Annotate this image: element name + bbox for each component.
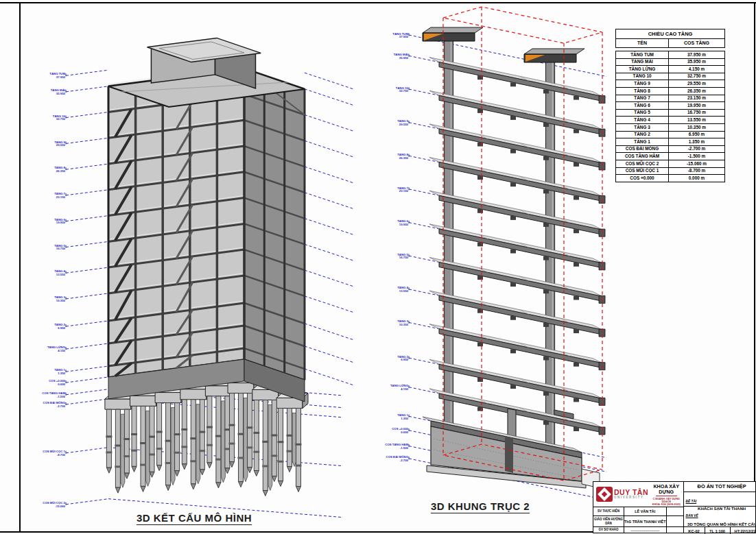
table-row: TẦNG 2 6.950 m bbox=[616, 131, 725, 138]
table-row: TẦNG 1 1.350 m bbox=[616, 138, 725, 146]
level-marker-label: TẦNG MÁI35.950 bbox=[394, 53, 409, 60]
level-marker-label: TẦNG 516.750 bbox=[54, 244, 65, 251]
floor-name-cell: COS TẦNG HẦM bbox=[616, 153, 669, 160]
floor-elevation-cell: 1.350 m bbox=[669, 138, 725, 146]
level-marker-label: TẦNG 310.350 bbox=[54, 295, 65, 302]
floor-name-cell: TẦNG 3 bbox=[616, 123, 669, 131]
reviewer-label: GV SƠ KHẢO bbox=[593, 527, 624, 533]
floor-elevation-cell: -8.700 m bbox=[669, 167, 725, 175]
table-row: COS MŨI CỌC 2 -15.060 m bbox=[616, 160, 725, 167]
table-row: TẦNG 8 26.350 m bbox=[616, 87, 725, 95]
level-marker-label: TẦNG 619.950 bbox=[54, 218, 65, 225]
column-header-name: TÊN bbox=[616, 39, 669, 47]
table-row: TẦNG 9 29.550 m bbox=[616, 80, 725, 88]
title-block-right: ĐỒ ÁN TỐT NGHIỆP ĐỀ TÀI KHÁCH SẠN TÀI TH… bbox=[684, 482, 756, 533]
level-marker-label: TẦNG MÁI35.950 bbox=[51, 88, 66, 95]
table-row: TẦNG 4 13.550 m bbox=[616, 117, 725, 124]
faculty-url-line bbox=[656, 496, 677, 497]
level-marker-label: TẦNG 1032.750 bbox=[396, 86, 409, 93]
table-row: COS ĐÀI MÓNG -2.700 m bbox=[616, 145, 725, 153]
sheet-number: KC-02 bbox=[684, 527, 705, 534]
project-type: ĐỒ ÁN TỐT NGHIỆP bbox=[684, 482, 756, 492]
floor-name-cell: COS MŨI CỌC 1 bbox=[616, 167, 669, 175]
floor-name-cell: TẦNG TUM bbox=[616, 51, 669, 59]
level-marker-label: COS MŨI CỌC 2-15.060 bbox=[43, 501, 65, 508]
level-marker-label: COS TẦNG HẦM-1.500 bbox=[385, 443, 408, 450]
level-marker-label: TẦNG 413.550 bbox=[54, 269, 65, 276]
level-marker-label: TẦNG 310.350 bbox=[397, 319, 408, 326]
floor-name-cell: COS MŨI CỌC 2 bbox=[616, 160, 669, 167]
floor-elevation-cell: -2.700 m bbox=[669, 145, 725, 153]
floor-name-cell: TẦNG 1 bbox=[616, 138, 669, 146]
table-row: TẦNG 5 16.750 m bbox=[616, 109, 725, 117]
floor-name-cell: TẦNG 8 bbox=[616, 87, 669, 95]
sheet-border-right bbox=[754, 2, 755, 532]
signature-cell bbox=[667, 516, 683, 526]
level-marker-label: TẦNG 26.950 bbox=[54, 323, 65, 330]
level-marker-label: TẦNG 723.150 bbox=[54, 192, 65, 199]
floor-elevation-cell: 26.350 m bbox=[669, 87, 725, 95]
level-marker-label: TẦNG 929.550 bbox=[397, 119, 408, 126]
level-marker-label: COS MŨI CỌC 1-8.700 bbox=[43, 450, 65, 457]
floor-height-table-header: CHIỀU CAO TẦNG TÊN COS TẦNG bbox=[615, 29, 725, 48]
floor-elevation-cell: 19.950 m bbox=[669, 102, 725, 110]
level-marker-label: TẦNG 723.150 bbox=[397, 186, 408, 193]
level-marker-label: TẦNG TUM37.950 bbox=[392, 32, 408, 39]
level-marker-label: TẦNG 1032.750 bbox=[53, 114, 66, 121]
floor-name-cell: COS ĐÀI MÓNG bbox=[616, 145, 669, 153]
table-row: COS +0.000 0.000 m bbox=[616, 175, 725, 182]
level-marker-label: COS +0.0000.000 bbox=[392, 427, 408, 434]
table-row: TẦNG 6 19.950 m bbox=[616, 102, 725, 110]
level-marker-label: TẦNG LỬNG4.150 bbox=[47, 345, 66, 352]
reviewer-name: ............................ bbox=[624, 527, 667, 533]
floor-name-cell: TẦNG 5 bbox=[616, 109, 669, 117]
level-marker-label: COS +0.0000.000 bbox=[49, 379, 65, 386]
floor-elevation-cell: 23.150 m bbox=[669, 95, 725, 102]
advisor-name: ThS TRẦN THANH VIỆT bbox=[624, 516, 667, 526]
table-row: TẦNG 10 32.750 m bbox=[616, 73, 725, 80]
floor-elevation-cell: 6.950 m bbox=[669, 131, 725, 138]
table-row: TẦNG TUM 37.950 m bbox=[616, 51, 725, 59]
floor-name-cell: TẦNG 9 bbox=[616, 80, 669, 88]
sheet-border-top bbox=[0, 2, 756, 3]
student-label: SV THỰC HIỆN bbox=[593, 507, 624, 515]
table-row: COS MŨI CỌC 1 -8.700 m bbox=[616, 167, 725, 175]
table-row: COS TẦNG HẦM -1.500 m bbox=[616, 153, 725, 160]
floor-height-table: CHIỀU CAO TẦNG TÊN COS TẦNG TẦNG TUM 37.… bbox=[615, 29, 725, 182]
floor-name-cell: TẦNG 10 bbox=[616, 73, 669, 80]
signature-cell bbox=[667, 527, 683, 533]
cohort-line: KHÓA: K24 (2018-2023) bbox=[650, 503, 682, 506]
signature-cell bbox=[667, 507, 683, 515]
university-subtitle: UNIVERSITY bbox=[614, 496, 648, 500]
level-marker-label: TẦNG TUM37.950 bbox=[49, 72, 65, 79]
table-title: CHIỀU CAO TẦNG bbox=[616, 29, 724, 39]
floor-elevation-cell: 35.950 m bbox=[669, 58, 725, 66]
level-marker-label: TẦNG 413.550 bbox=[397, 286, 408, 293]
right-3d-frame-axis2: TẦNG TUM37.950TẦNG MÁI35.950TẦNG LỬNG4.1… bbox=[385, 7, 606, 500]
caption-3d-frame-axis-2: 3D KHUNG TRỤC 2 bbox=[412, 500, 549, 512]
drawing-sheet: { "captions": { "left": "3D KẾT CẤU MÔ H… bbox=[0, 0, 756, 534]
title-block: DUY TÂN UNIVERSITY KHOA XÂY DỰNG C.NGÀNH… bbox=[593, 481, 756, 533]
table-row: TẦNG 3 10.350 m bbox=[616, 123, 725, 131]
level-marker-label: TẦNG 11.350 bbox=[54, 368, 65, 375]
level-marker-label: COS ĐÀI MÓNG-2.700 bbox=[386, 455, 409, 462]
level-marker-label: TẦNG 826.350 bbox=[54, 166, 65, 173]
table-row: TẦNG MÁI 35.950 m bbox=[616, 58, 725, 66]
drawing-scale: TL 1:100 bbox=[705, 527, 731, 534]
floor-name-cell: TẦNG LỬNG bbox=[616, 66, 669, 73]
floor-name-cell: TẦNG 6 bbox=[616, 102, 669, 110]
faculty-name: KHOA XÂY DỰNG bbox=[650, 484, 683, 494]
level-marker-label: COS ĐÀI MÓNG-2.700 bbox=[43, 401, 66, 408]
floor-elevation-cell: 37.950 m bbox=[669, 51, 725, 59]
level-marker-label: TẦNG 826.350 bbox=[397, 153, 408, 160]
drawing-label: BẢN VẼ bbox=[686, 514, 698, 518]
sheet-border-left bbox=[19, 2, 21, 532]
caption-3d-structure-model: 3D KẾT CẤU MÔ HÌNH bbox=[112, 512, 276, 524]
topic-label: ĐỀ TÀI bbox=[686, 500, 697, 503]
drawing-title: 3D TỔNG QUAN MÔ HÌNH KẾT CẤU bbox=[687, 522, 756, 526]
floor-name-cell: COS +0.000 bbox=[616, 175, 669, 182]
floor-elevation-cell: 13.550 m bbox=[669, 117, 725, 124]
level-marker-label: TẦNG 26.950 bbox=[397, 355, 408, 362]
floor-elevation-cell: 10.350 m bbox=[669, 123, 725, 131]
university-name: DUY TÂN bbox=[614, 489, 648, 496]
